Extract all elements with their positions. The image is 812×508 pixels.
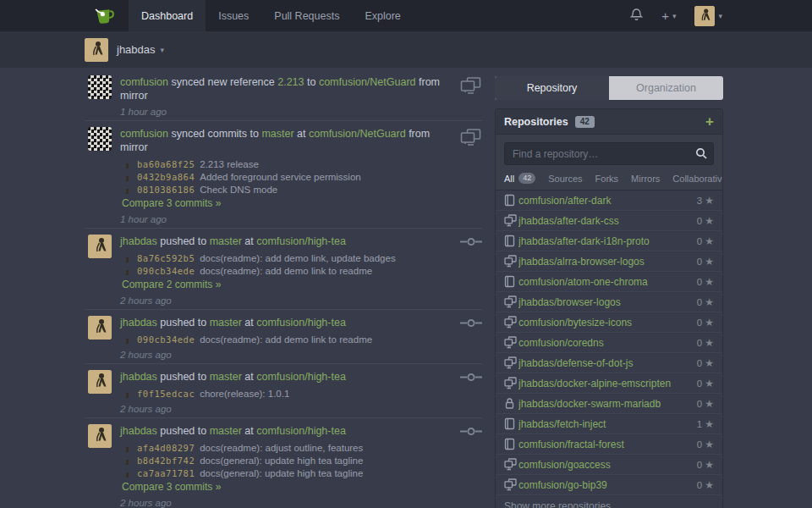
repo-row[interactable]: jhabdas/after-dark-i18n-proto 0 ★	[496, 231, 722, 251]
compare-commits-link[interactable]: Compare 2 commits »	[122, 279, 221, 291]
commit-hash-link[interactable]: 0432b9a864	[137, 172, 195, 182]
repo-filter[interactable]: Forks	[595, 174, 619, 184]
repo-name-link[interactable]: comfusion/fractal-forest	[518, 439, 697, 450]
star-icon: ★	[705, 398, 714, 410]
feed-link[interactable]: master	[210, 425, 242, 437]
repo-filter[interactable]: Sources	[548, 174, 582, 184]
timestamp: 2 hours ago	[120, 404, 453, 414]
compare-commits-link[interactable]: Compare 3 commits »	[122, 481, 221, 494]
context-username[interactable]: jhabdas	[117, 43, 156, 56]
repo-row[interactable]: comfusion/coredns 0 ★	[496, 333, 722, 353]
feed-link[interactable]: master	[261, 128, 294, 140]
commit-hash-link[interactable]: ca7aa71781	[137, 468, 195, 478]
repo-filter[interactable]: Collaborative	[672, 174, 723, 184]
feed-link[interactable]: comfusion/NetGuard	[319, 76, 416, 88]
repo-row[interactable]: jhabdas/docker-swarm-mariadb 0 ★	[496, 394, 722, 414]
compare-commits-link[interactable]: Compare 3 commits »	[122, 197, 221, 210]
new-repo-button[interactable]: +	[705, 114, 714, 129]
repo-name-link[interactable]: jhabdas/docker-alpine-emscripten	[518, 378, 697, 389]
repo-name-link[interactable]: jhabdas/after-dark-css	[518, 215, 697, 227]
commit-hash-link[interactable]: ba60a68f25	[137, 159, 195, 169]
repo-row[interactable]: comfusion/goaccess 0 ★	[496, 455, 722, 475]
filter-label: All	[504, 174, 514, 184]
feed-item: jhabdas pushed to master at comfusion/hi…	[85, 310, 482, 364]
sidebar-tab[interactable]: Organization	[609, 76, 723, 100]
mirror-repo-icon	[504, 295, 517, 308]
repositories-sidebar: RepositoryOrganization Repositories 42 +	[495, 68, 723, 508]
actor-avatar[interactable]	[88, 75, 112, 99]
repositories-panel-header: Repositories 42 +	[496, 109, 722, 135]
repo-name-link[interactable]: jhabdas/alrra-browser-logos	[518, 256, 697, 268]
repo-stars: 0 ★	[697, 337, 714, 349]
repo-row[interactable]: jhabdas/browser-logos 0 ★	[496, 292, 722, 312]
sidebar-tab[interactable]: Repository	[495, 76, 609, 100]
repo-name-link[interactable]: comfusion/atom-one-chroma	[518, 276, 697, 288]
repo-name-link[interactable]: jhabdas/fetch-inject	[518, 418, 697, 430]
feed-link[interactable]: comfusion/NetGuard	[309, 128, 406, 140]
repo-name-link[interactable]: comfusion/bytesize-icons	[518, 317, 697, 329]
repo-filter[interactable]: Mirrors	[631, 174, 660, 184]
feed-link[interactable]: 2.213	[277, 76, 304, 88]
feed-link[interactable]: master	[210, 235, 242, 247]
feed-link[interactable]: jhabdas	[120, 425, 157, 437]
feed-link[interactable]: comfusion	[120, 76, 168, 88]
show-more-repositories-link[interactable]: Show more repositories…	[496, 495, 722, 508]
commit-hash-link[interactable]: 0810386186	[137, 185, 195, 195]
repo-name-link[interactable]: jhabdas/defense-of-dot-js	[518, 357, 697, 369]
feed-link[interactable]: comfusion/high-tea	[256, 371, 346, 383]
repo-name-link[interactable]: comfusion/goaccess	[518, 459, 697, 471]
notifications-button[interactable]	[625, 8, 648, 24]
feed-link[interactable]: jhabdas	[120, 371, 157, 383]
repo-name-link[interactable]: jhabdas/browser-logos	[518, 296, 697, 308]
actor-avatar[interactable]	[88, 370, 112, 394]
repo-row[interactable]: jhabdas/fetch-inject 1 ★	[496, 414, 722, 434]
repo-row[interactable]: comfusion/bytesize-icons 0 ★	[496, 312, 722, 333]
create-new-button[interactable]: + ▾	[656, 9, 681, 22]
repo-search-input[interactable]	[504, 142, 714, 165]
repo-row[interactable]: jhabdas/docker-alpine-emscripten 0 ★	[496, 373, 722, 394]
commit-message: Added foreground service permission	[200, 172, 361, 182]
repo-row[interactable]: comfusion/go-bip39 0 ★	[496, 475, 722, 495]
repo-name-link[interactable]: jhabdas/after-dark-i18n-proto	[518, 235, 697, 247]
navbar-item[interactable]: Issues	[206, 0, 261, 31]
mirror-repo-icon	[504, 214, 517, 227]
repo-row[interactable]: jhabdas/alrra-browser-logos 0 ★	[496, 251, 722, 272]
commit-hash-link[interactable]: f0f15edcac	[137, 389, 195, 399]
navbar-item[interactable]: Explore	[352, 0, 413, 31]
commit-hash-link[interactable]: 090cb34ede	[137, 334, 195, 345]
repo-name-link[interactable]: comfusion/go-bip39	[518, 479, 697, 491]
mirror-repo-icon	[504, 255, 517, 268]
navbar-item[interactable]: Pull Requests	[261, 0, 352, 31]
commit-hash-link[interactable]: 8a76c592b5	[137, 253, 195, 263]
repo-name-link[interactable]: jhabdas/docker-swarm-mariadb	[518, 398, 697, 410]
actor-avatar[interactable]	[88, 316, 112, 340]
context-user-avatar[interactable]	[85, 38, 108, 62]
repo-row[interactable]: jhabdas/defense-of-dot-js 0 ★	[496, 353, 722, 373]
feed-link[interactable]: comfusion/high-tea	[256, 317, 346, 329]
actor-avatar[interactable]	[88, 235, 112, 258]
repo-name-link[interactable]: comfusion/after-dark	[518, 195, 697, 207]
navbar-item[interactable]: Dashboard	[129, 0, 206, 31]
repo-filter[interactable]: All 42	[504, 173, 535, 184]
feed-link[interactable]: jhabdas	[120, 235, 157, 247]
feed-link[interactable]: master	[210, 371, 242, 383]
feed-link[interactable]: comfusion	[120, 128, 168, 140]
commit-hash-link[interactable]: afa4d08297	[137, 443, 195, 453]
gitea-logo-icon[interactable]	[92, 5, 116, 27]
repo-row[interactable]: comfusion/atom-one-chroma 0 ★	[496, 272, 722, 292]
user-menu-button[interactable]: ▾	[689, 6, 727, 26]
actor-avatar[interactable]	[88, 127, 112, 151]
commit-hash-link[interactable]: b8d42bf742	[137, 456, 195, 466]
feed-link[interactable]: jhabdas	[120, 317, 157, 329]
feed-link[interactable]: master	[210, 317, 242, 329]
repo-name-link[interactable]: comfusion/coredns	[518, 337, 697, 349]
feed-link[interactable]: comfusion/high-tea	[256, 235, 346, 247]
repo-row[interactable]: comfusion/fractal-forest 0 ★	[496, 434, 722, 455]
actor-avatar[interactable]	[88, 424, 112, 448]
feed-link[interactable]: comfusion/high-tea	[256, 425, 346, 437]
repo-row[interactable]: comfusion/after-dark 3 ★	[496, 190, 722, 211]
commit-hash-link[interactable]: 090cb34ede	[137, 266, 195, 276]
search-icon[interactable]	[695, 147, 707, 159]
repo-row[interactable]: jhabdas/after-dark-css 0 ★	[496, 211, 722, 231]
repo-stars: 0 ★	[697, 215, 714, 227]
